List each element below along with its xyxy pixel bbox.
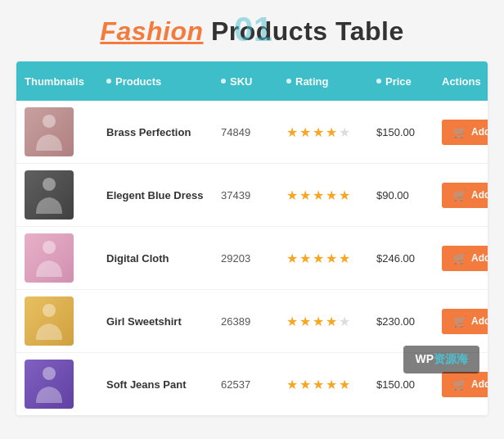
svg-point-2 [43,241,56,254]
col-header-price: Price [376,75,442,88]
product-rating: ★★★★★ [286,251,376,266]
person-icon [33,238,65,278]
person-icon [33,111,65,152]
star-filled: ★ [313,124,324,140]
star-filled: ★ [299,188,311,203]
star-rating: ★★★★★ [286,377,376,392]
fashion-text: Fashion [100,16,203,46]
star-filled: ★ [299,124,311,140]
product-name: Brass Perfection [106,126,221,138]
product-name: Elegent Blue Dress [106,189,221,201]
star-filled: ★ [326,124,337,140]
star-filled: ★ [326,377,337,392]
thumbnail-cell [25,170,106,220]
product-sku: 26389 [221,315,286,328]
product-sku: 74849 [221,126,286,138]
star-filled: ★ [299,377,311,392]
table-row: Digital Cloth 29203 ★★★★★ $246.00 🛒 Add … [16,227,488,290]
product-thumbnail [25,296,74,346]
star-filled: ★ [299,251,311,266]
product-sku: 37439 [221,189,286,201]
product-actions: 🛒 Add To Cart [442,183,488,208]
svg-point-4 [43,367,56,380]
star-rating: ★★★★★ [286,314,376,329]
star-rating: ★★★★★ [286,251,376,266]
table-row: Brass Perfection 74849 ★★★★★ $150.00 🛒 A… [16,101,488,164]
col-header-products: Products [106,75,221,88]
decorative-number: 01 [234,10,273,49]
star-filled: ★ [313,377,324,392]
add-to-cart-label: Add To Cart [471,126,488,138]
thumbnail-cell [25,107,106,156]
table-body: Brass Perfection 74849 ★★★★★ $150.00 🛒 A… [16,101,488,415]
thumbnail-cell [25,233,106,283]
product-rating: ★★★★★ [286,314,376,329]
star-rating: ★★★★★ [286,124,376,140]
product-thumbnail [25,107,74,156]
col-header-actions: Actions [442,75,488,88]
star-filled: ★ [339,377,350,392]
product-name: Digital Cloth [106,252,221,265]
person-icon [33,364,65,405]
product-thumbnail [25,170,74,220]
svg-point-3 [43,304,56,317]
add-to-cart-label: Add To Cart [471,189,488,201]
product-actions: 🛒 Add To Cart [442,246,488,271]
star-filled: ★ [286,188,298,203]
sort-dot-price [376,79,381,84]
add-to-cart-button[interactable]: 🛒 Add To Cart [442,246,488,271]
star-empty: ★ [339,124,350,140]
sort-dot-sku [221,79,226,84]
product-sku: 62537 [221,378,286,391]
star-filled: ★ [326,188,337,203]
star-filled: ★ [313,251,324,266]
col-header-thumbnails: Thumbnails [25,75,106,88]
star-filled: ★ [339,188,350,203]
col-header-sku: SKU [221,75,286,88]
person-icon [33,301,65,342]
star-filled: ★ [286,251,298,266]
cart-icon: 🛒 [453,252,466,265]
add-to-cart-button[interactable]: 🛒 Add To Cart [442,372,488,397]
star-empty: ★ [339,314,350,329]
sort-dot [106,79,111,84]
svg-point-0 [43,115,56,128]
sort-dot-rating [286,79,291,84]
product-price: $90.00 [376,189,442,201]
add-to-cart-button[interactable]: 🛒 Add To Cart [442,309,488,334]
add-to-cart-button[interactable]: 🛒 Add To Cart [442,183,488,208]
star-filled: ★ [326,251,337,266]
col-header-rating: Rating [286,75,376,88]
star-filled: ★ [286,377,298,392]
product-price: $150.00 [376,126,442,138]
thumbnail-cell [25,360,106,409]
table-row: Soft Jeans Pant 62537 ★★★★★ $150.00 🛒 Ad… [16,353,488,415]
product-rating: ★★★★★ [286,188,376,203]
add-to-cart-label: Add To Cart [471,378,488,390]
product-price: $246.00 [376,252,442,265]
star-filled: ★ [326,314,337,329]
product-thumbnail [25,360,74,409]
product-price: $230.00 [376,315,442,328]
add-to-cart-button[interactable]: 🛒 Add To Cart [442,120,488,145]
product-price: $150.00 [376,378,442,391]
star-filled: ★ [286,124,298,140]
product-sku: 29203 [221,252,286,265]
product-rating: ★★★★★ [286,124,376,140]
add-to-cart-label: Add To Cart [471,315,488,327]
star-filled: ★ [313,314,324,329]
table-header: Thumbnails Products SKU Rating Price Act… [16,61,488,101]
svg-point-1 [43,178,56,191]
product-thumbnail [25,233,74,283]
cart-icon: 🛒 [453,378,466,391]
star-filled: ★ [286,314,298,329]
page-title-section: Fashion 01 Products Table [16,16,488,47]
product-name: Girl Sweetshirt [106,315,221,328]
product-rating: ★★★★★ [286,377,376,392]
product-actions: 🛒 Add To Cart [442,120,488,145]
star-filled: ★ [339,251,350,266]
thumbnail-cell [25,296,106,346]
product-actions: 🛒 Add To Cart [442,309,488,334]
table-row: Girl Sweetshirt 26389 ★★★★★ $230.00 🛒 Ad… [16,290,488,353]
add-to-cart-label: Add To Cart [471,252,488,264]
